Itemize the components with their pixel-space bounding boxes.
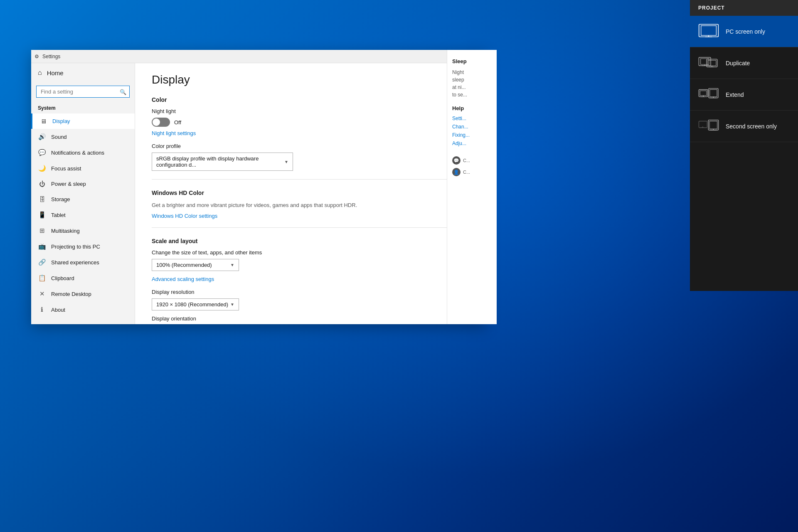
projecting-label: Projecting to this PC bbox=[51, 244, 100, 250]
second-only-icon bbox=[698, 118, 719, 134]
scale-arrow: ▼ bbox=[230, 263, 234, 267]
night-light-settings-link[interactable]: Night light settings bbox=[152, 130, 470, 136]
home-icon: ⌂ bbox=[38, 69, 42, 76]
project-item-extend[interactable]: Extend bbox=[690, 79, 798, 111]
main-content: Display Color Night light Off Night ligh… bbox=[135, 63, 486, 324]
svg-rect-17 bbox=[710, 90, 717, 97]
scale-value: 100% (Recommended) bbox=[156, 262, 212, 268]
project-item-duplicate[interactable]: Duplicate bbox=[690, 47, 798, 79]
tablet-icon: 📱 bbox=[38, 211, 46, 219]
sidebar-item-focus[interactable]: 🌙 Focus assist bbox=[31, 160, 135, 176]
pc-only-label: PC screen only bbox=[726, 28, 765, 35]
home-label: Home bbox=[47, 69, 64, 76]
extend-label: Extend bbox=[726, 91, 744, 98]
project-panel-header: PROJECT bbox=[690, 0, 798, 16]
notifications-icon: 💬 bbox=[38, 149, 46, 156]
color-profile-value: sRGB display profile with display hardwa… bbox=[156, 155, 284, 168]
scale-section-title: Scale and layout bbox=[152, 238, 470, 244]
color-section-title: Color bbox=[152, 96, 470, 103]
night-light-label: Night light bbox=[152, 108, 470, 114]
settings-window: ⚙ Settings ⌂ Home 🔍 System 🖥 Display bbox=[31, 50, 486, 324]
duplicate-label: Duplicate bbox=[726, 60, 750, 66]
about-icon: ℹ bbox=[38, 306, 46, 313]
sidebar-item-notifications[interactable]: 💬 Notifications & actions bbox=[31, 145, 135, 160]
icon-row-1: 💬 C... bbox=[452, 156, 492, 165]
system-section-label: System bbox=[31, 101, 135, 113]
icon-label-1: C... bbox=[463, 158, 470, 163]
titlebar: ⚙ Settings bbox=[31, 50, 486, 63]
night-light-toggle[interactable] bbox=[152, 118, 170, 127]
right-partial-panel: Sleep Nightsleepat ni...to se... Help Se… bbox=[447, 50, 497, 324]
chat-icon: 💬 bbox=[452, 156, 461, 165]
tablet-label: Tablet bbox=[51, 212, 66, 218]
sidebar-item-power[interactable]: ⏻ Power & sleep bbox=[31, 176, 135, 192]
multitasking-label: Multitasking bbox=[51, 228, 80, 234]
display-icon: 🖥 bbox=[39, 118, 47, 125]
hdr-description: Get a brighter and more vibrant picture … bbox=[152, 201, 470, 209]
settings-body: ⌂ Home 🔍 System 🖥 Display 🔊 Sound bbox=[31, 63, 486, 324]
sidebar-item-home[interactable]: ⌂ Home bbox=[31, 63, 135, 82]
storage-icon: 🗄 bbox=[38, 196, 46, 203]
svg-rect-0 bbox=[699, 25, 719, 37]
page-title: Display bbox=[152, 73, 470, 86]
help-label: Help bbox=[452, 105, 492, 111]
person-icon: 👤 bbox=[452, 168, 461, 176]
night-light-state: Off bbox=[174, 119, 181, 126]
icon-label-2: C... bbox=[463, 170, 470, 175]
scale-dropdown[interactable]: 100% (Recommended) ▼ bbox=[152, 259, 239, 271]
focus-icon: 🌙 bbox=[38, 165, 46, 172]
color-profile-label: Color profile bbox=[152, 143, 470, 149]
sidebar-item-display[interactable]: 🖥 Display bbox=[31, 113, 135, 129]
scale-change-label: Change the size of text, apps, and other… bbox=[152, 249, 470, 256]
hdr-section-title: Windows HD Color bbox=[152, 190, 470, 196]
power-icon: ⏻ bbox=[38, 180, 46, 187]
project-panel: PROJECT PC screen only bbox=[690, 0, 798, 291]
sidebar-item-remote[interactable]: ✕ Remote Desktop bbox=[31, 286, 135, 302]
orientation-label: Display orientation bbox=[152, 315, 470, 322]
remote-label: Remote Desktop bbox=[51, 291, 91, 297]
sidebar-item-projecting[interactable]: 📺 Projecting to this PC bbox=[31, 239, 135, 254]
help-link-4[interactable]: Adju... bbox=[452, 140, 492, 146]
extend-icon bbox=[698, 86, 719, 103]
focus-label: Focus assist bbox=[51, 165, 81, 172]
search-box: 🔍 bbox=[36, 86, 130, 98]
resolution-dropdown[interactable]: 1920 × 1080 (Recommended) ▼ bbox=[152, 298, 239, 310]
sidebar-item-multitasking[interactable]: ⊞ Multitasking bbox=[31, 223, 135, 239]
search-input[interactable] bbox=[36, 86, 130, 98]
night-light-row: Off bbox=[152, 118, 470, 127]
sleep-text: Nightsleepat ni...to se... bbox=[452, 69, 492, 99]
project-item-pc-only[interactable]: PC screen only bbox=[690, 16, 798, 47]
divider-2 bbox=[152, 227, 470, 228]
right-panel-content: Sleep Nightsleepat ni...to se... Help Se… bbox=[447, 50, 497, 185]
help-link-1[interactable]: Setti... bbox=[452, 116, 492, 121]
sidebar-item-sound[interactable]: 🔊 Sound bbox=[31, 129, 135, 145]
svg-rect-23 bbox=[708, 120, 718, 130]
display-label: Display bbox=[52, 118, 70, 124]
help-link-2[interactable]: Chan... bbox=[452, 124, 492, 130]
advanced-scaling-link[interactable]: Advanced scaling settings bbox=[152, 276, 470, 282]
sleep-label: Sleep bbox=[452, 58, 492, 64]
duplicate-icon bbox=[698, 55, 719, 71]
resolution-value: 1920 × 1080 (Recommended) bbox=[156, 301, 228, 308]
divider-1 bbox=[152, 179, 470, 180]
svg-rect-13 bbox=[700, 91, 707, 95]
settings-icon: ⚙ bbox=[34, 54, 39, 59]
shared-label: Shared experiences bbox=[51, 259, 99, 266]
svg-rect-20 bbox=[699, 121, 707, 128]
help-link-3[interactable]: Fixing... bbox=[452, 132, 492, 138]
svg-rect-1 bbox=[701, 26, 717, 35]
color-profile-dropdown[interactable]: sRGB display profile with display hardwa… bbox=[152, 153, 293, 171]
sidebar: ⌂ Home 🔍 System 🖥 Display 🔊 Sound bbox=[31, 63, 135, 324]
projecting-icon: 📺 bbox=[38, 243, 46, 250]
hdr-settings-link[interactable]: Windows HD Color settings bbox=[152, 213, 470, 219]
sidebar-item-storage[interactable]: 🗄 Storage bbox=[31, 192, 135, 207]
about-label: About bbox=[51, 307, 65, 313]
sidebar-item-about[interactable]: ℹ About bbox=[31, 302, 135, 318]
sidebar-item-clipboard[interactable]: 📋 Clipboard bbox=[31, 270, 135, 286]
color-profile-arrow: ▼ bbox=[284, 160, 288, 164]
svg-rect-16 bbox=[709, 89, 718, 98]
svg-rect-24 bbox=[709, 121, 717, 129]
project-item-second-only[interactable]: Second screen only bbox=[690, 111, 798, 142]
sidebar-item-shared[interactable]: 🔗 Shared experiences bbox=[31, 254, 135, 270]
sidebar-item-tablet[interactable]: 📱 Tablet bbox=[31, 207, 135, 223]
